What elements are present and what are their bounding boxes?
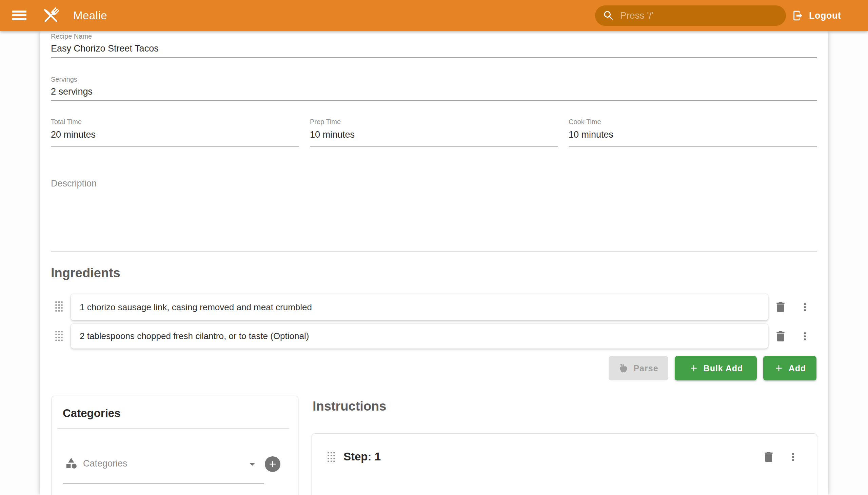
drag-grid-icon bbox=[327, 452, 335, 462]
ingredient-input[interactable]: 2 tablespoons chopped fresh cilantro, or… bbox=[71, 324, 768, 348]
total-time-field[interactable]: 20 minutes bbox=[51, 130, 96, 140]
trash-icon bbox=[762, 450, 776, 464]
ingredient-menu-button[interactable] bbox=[799, 330, 811, 342]
apple-icon bbox=[618, 363, 629, 373]
ingredients-heading: Ingredients bbox=[51, 266, 120, 280]
step-delete-button[interactable] bbox=[762, 450, 776, 464]
add-button-label: Add bbox=[789, 363, 806, 373]
plus-icon bbox=[268, 459, 278, 469]
trash-icon bbox=[774, 329, 787, 343]
cook-time-underline bbox=[568, 147, 817, 147]
recipe-name-label: Recipe Name bbox=[51, 33, 92, 40]
categories-card: Categories Categories bbox=[52, 396, 299, 495]
prep-time-label: Prep Time bbox=[310, 118, 341, 126]
ingredient-text: 2 tablespoons chopped fresh cilantro, or… bbox=[80, 331, 309, 341]
categories-select-underline bbox=[63, 483, 264, 483]
total-time-underline bbox=[51, 147, 299, 147]
parse-button[interactable]: Parse bbox=[609, 356, 668, 380]
chevron-down-icon[interactable] bbox=[246, 458, 259, 471]
bulk-add-button[interactable]: Bulk Add bbox=[675, 356, 757, 380]
kebab-menu-icon bbox=[799, 330, 811, 342]
search-icon bbox=[602, 10, 615, 22]
logout-icon bbox=[792, 10, 804, 21]
kebab-menu-icon bbox=[787, 451, 799, 463]
plus-icon bbox=[774, 363, 784, 373]
instruction-step-card: Step: 1 Combine crumbled chorizo and chi… bbox=[311, 433, 817, 495]
ingredient-drag-handle[interactable] bbox=[55, 331, 63, 341]
logout-button[interactable]: Logout bbox=[792, 6, 841, 25]
description-field[interactable]: Description bbox=[51, 178, 97, 189]
search-input[interactable] bbox=[619, 10, 770, 21]
hamburger-menu-button[interactable] bbox=[12, 11, 27, 21]
kebab-menu-icon bbox=[799, 301, 811, 313]
drag-grid-icon bbox=[55, 302, 63, 312]
recipe-editor-card: Recipe Name Easy Chorizo Street Tacos Se… bbox=[40, 31, 828, 495]
ingredient-menu-button[interactable] bbox=[799, 301, 811, 313]
mealie-logo-icon[interactable] bbox=[40, 5, 62, 28]
ingredient-delete-button[interactable] bbox=[774, 329, 787, 343]
app-header: Mealie Logout bbox=[0, 0, 868, 31]
ingredient-drag-handle[interactable] bbox=[55, 302, 63, 312]
description-underline bbox=[51, 252, 817, 252]
cook-time-label: Cook Time bbox=[568, 118, 601, 126]
parse-button-label: Parse bbox=[633, 363, 658, 373]
prep-time-field[interactable]: 10 minutes bbox=[310, 130, 355, 140]
mealie-recipe-editor-page: Mealie Logout Recipe Name Easy Chorizo S… bbox=[0, 0, 868, 495]
create-category-button[interactable] bbox=[265, 456, 280, 472]
prep-time-underline bbox=[310, 147, 558, 147]
bulk-add-button-label: Bulk Add bbox=[703, 363, 743, 373]
servings-label: Servings bbox=[51, 75, 77, 83]
total-time-label: Total Time bbox=[51, 118, 82, 126]
servings-field[interactable]: 2 servings bbox=[51, 86, 92, 97]
trash-icon bbox=[774, 301, 787, 314]
add-button[interactable]: Add bbox=[763, 356, 816, 380]
ingredient-delete-button[interactable] bbox=[774, 301, 787, 314]
servings-underline bbox=[51, 100, 817, 101]
instructions-heading: Instructions bbox=[312, 399, 386, 414]
recipe-name-underline bbox=[51, 57, 817, 58]
step-menu-button[interactable] bbox=[787, 451, 799, 463]
step-drag-handle[interactable] bbox=[327, 452, 335, 462]
hamburger-menu-icon bbox=[12, 11, 27, 20]
categories-select[interactable]: Categories bbox=[83, 458, 127, 469]
drag-grid-icon bbox=[55, 331, 63, 341]
ingredient-input[interactable]: 1 chorizo sausage link, casing removed a… bbox=[71, 294, 768, 320]
plus-icon bbox=[688, 363, 699, 373]
search-bar[interactable] bbox=[595, 5, 786, 26]
app-title: Mealie bbox=[73, 9, 107, 22]
categories-card-title: Categories bbox=[63, 407, 121, 420]
logout-label: Logout bbox=[809, 11, 841, 21]
ingredient-text: 1 chorizo sausage link, casing removed a… bbox=[80, 302, 312, 312]
recipe-name-field[interactable]: Easy Chorizo Street Tacos bbox=[51, 44, 159, 54]
categories-divider bbox=[57, 428, 289, 429]
cook-time-field[interactable]: 10 minutes bbox=[568, 130, 613, 140]
step-title: Step: 1 bbox=[343, 450, 381, 463]
shapes-icon bbox=[65, 457, 78, 470]
